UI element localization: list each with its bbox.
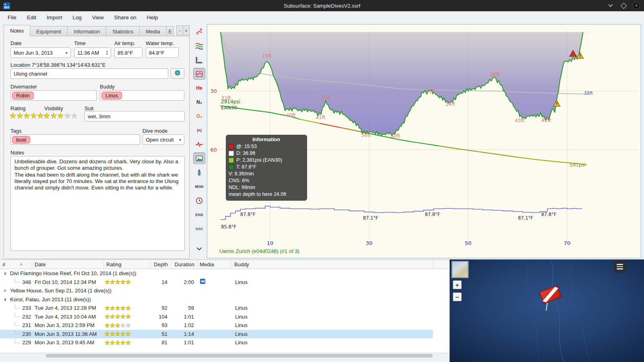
- star-icon[interactable]: ★: [23, 112, 30, 119]
- visibility-stars[interactable]: ★★★★★: [43, 112, 78, 119]
- tab-scroll-left-icon[interactable]: <: [176, 25, 183, 35]
- star-icon: ★: [110, 323, 115, 329]
- divemaster-input[interactable]: Robin: [10, 90, 97, 101]
- buddy-tag[interactable]: Linus: [101, 92, 122, 99]
- star-icon[interactable]: ★: [30, 112, 37, 119]
- date-input[interactable]: Mon Jun 3, 2013▾: [10, 47, 71, 58]
- tags-input[interactable]: boat: [10, 134, 140, 145]
- toolbar-scroll-down-icon[interactable]: [193, 243, 205, 254]
- dive-row[interactable]: 229Mon Jun 3, 2013 9:45 AM★★★★★811:01Lin…: [0, 338, 433, 347]
- buddy-input[interactable]: Linus: [100, 90, 184, 101]
- tab-notes[interactable]: Notes: [4, 25, 30, 36]
- tab-media[interactable]: Media: [139, 26, 166, 36]
- ruler-icon[interactable]: [193, 54, 205, 66]
- map-menu-button[interactable]: [614, 261, 626, 273]
- tab-scroll-right-icon[interactable]: >: [183, 25, 190, 35]
- heartrate-icon[interactable]: [193, 138, 205, 150]
- menu-view[interactable]: View: [87, 12, 109, 23]
- star-icon[interactable]: ★: [43, 112, 50, 119]
- star-icon[interactable]: ★: [10, 112, 16, 119]
- star-icon[interactable]: ★: [71, 112, 78, 119]
- column-header-num[interactable]: #∧: [0, 260, 32, 269]
- pp-graph-icon[interactable]: [193, 40, 205, 51]
- tissues-icon[interactable]: |A|: [193, 124, 205, 136]
- collapse-icon[interactable]: ∨: [4, 295, 7, 304]
- tank-bar-icon[interactable]: [193, 167, 205, 178]
- map-zoom-in-button[interactable]: +: [453, 280, 462, 289]
- expand-icon[interactable]: >: [4, 286, 6, 295]
- ead-icon[interactable]: EAD: [193, 209, 205, 220]
- dc-ceiling-icon[interactable]: [193, 68, 205, 80]
- menu-file[interactable]: File: [2, 12, 22, 23]
- column-header-depth[interactable]: Depth: [151, 260, 171, 269]
- star-icon[interactable]: ★: [37, 112, 44, 119]
- location-label: Location 7°16'58.386"N 134°14'43.631"E: [10, 62, 105, 68]
- location-input[interactable]: Ulong channel: [10, 68, 168, 79]
- sac-icon[interactable]: SAC: [193, 223, 205, 234]
- star-icon: ★: [126, 279, 131, 285]
- menu-share-on[interactable]: Share on: [109, 12, 142, 23]
- menu-log[interactable]: Log: [67, 12, 87, 23]
- menu-import[interactable]: Import: [41, 12, 67, 23]
- tab-information[interactable]: Information: [67, 26, 106, 36]
- dive-row[interactable]: 348Fri Oct 10, 2014 12:34 PM★★★★★142:00L…: [0, 278, 433, 287]
- scrollbar-thumb[interactable]: [46, 354, 433, 358]
- dive-row[interactable]: 233Tue Jun 4, 2013 12:28 PM★★★★★9259Linu…: [0, 304, 433, 313]
- maximize-button[interactable]: [620, 2, 627, 9]
- star-icon[interactable]: ★: [17, 112, 23, 119]
- collapse-icon[interactable]: ∨: [4, 269, 7, 278]
- deco-clock-icon[interactable]: [193, 195, 205, 206]
- close-button[interactable]: ×: [633, 2, 640, 9]
- time-spinner[interactable]: ▴▾: [106, 50, 108, 56]
- notes-input[interactable]: Unbelievable dive. Dozens and dozens of …: [10, 156, 185, 251]
- trip-row[interactable]: >Yellow House, Sun Sep 21, 2014 (1 dive(…: [0, 286, 450, 295]
- air-temp-input[interactable]: 85.8°F: [114, 47, 142, 58]
- location-map-button[interactable]: [171, 68, 184, 79]
- tab-e[interactable]: E: [166, 26, 173, 36]
- horizontal-scrollbar[interactable]: [0, 353, 450, 358]
- map-canvas[interactable]: [450, 259, 644, 362]
- menu-help[interactable]: Help: [142, 12, 163, 23]
- column-header-duration[interactable]: Duration: [171, 260, 197, 269]
- menu-edit[interactable]: Edit: [22, 12, 41, 23]
- water-temp-input[interactable]: 84.8°F: [146, 47, 179, 58]
- minimize-button[interactable]: [607, 2, 614, 9]
- star-icon[interactable]: ★: [64, 112, 70, 119]
- mod-icon[interactable]: MOD: [193, 181, 205, 192]
- divemaster-tag[interactable]: Robin: [12, 92, 34, 99]
- tab-statistics[interactable]: Statistics: [106, 26, 140, 36]
- dive-row[interactable]: 232Tue Jun 4, 2013 10:04 AM★★★★★1041:01L…: [0, 313, 433, 321]
- rating-stars[interactable]: ★★★★★: [10, 112, 44, 119]
- oxygen-graph-icon[interactable]: O₂: [193, 110, 205, 122]
- star-icon: ★: [110, 305, 115, 311]
- water-temp-label: Water temp.: [146, 40, 174, 46]
- star-icon: ★: [105, 314, 110, 320]
- dive-profile[interactable]: 10305070306015ft31ft40ft41ft35ft50ft50ft…: [207, 24, 641, 258]
- dive-row[interactable]: 231Mon Jun 3, 2013 2:59 PM★★★★★931:02Lin…: [0, 321, 433, 330]
- tab-equipment[interactable]: Equipment: [30, 26, 68, 36]
- dive-map[interactable]: + −: [450, 259, 644, 362]
- column-header-media[interactable]: Media: [197, 260, 232, 269]
- star-icon: ★: [115, 279, 120, 285]
- nitrogen-graph-icon[interactable]: N₂: [193, 96, 205, 108]
- column-header-buddy[interactable]: Buddy: [232, 260, 433, 269]
- time-input[interactable]: 11:36 AM ▴▾: [74, 47, 111, 58]
- diver-icon[interactable]: [193, 26, 205, 37]
- media-checkbox-icon[interactable]: [200, 279, 205, 284]
- trip-row[interactable]: ∨Koror, Palau, Jun 2013 (11 dive(s)): [0, 295, 450, 304]
- tag-chip[interactable]: boat: [12, 136, 30, 144]
- star-icon[interactable]: ★: [50, 112, 57, 119]
- dive-row-selected[interactable]: 230Mon Jun 3, 2013 11:36 AM★★★★★511:14Li…: [0, 330, 433, 339]
- air-temp-value: 85.8°F: [118, 50, 133, 56]
- star-icon: ★: [126, 314, 131, 320]
- column-header-date[interactable]: Date: [32, 260, 104, 269]
- star-icon[interactable]: ★: [57, 112, 64, 119]
- map-type-thumbnail[interactable]: [452, 261, 468, 278]
- map-zoom-out-button[interactable]: −: [453, 292, 462, 301]
- trip-row[interactable]: ∨Divi Flamingo House Reef, Fri Oct 10, 2…: [0, 269, 450, 278]
- helium-graph-icon[interactable]: He: [193, 82, 205, 94]
- column-header-rating[interactable]: Rating: [104, 260, 151, 269]
- dive-mode-select[interactable]: Open circuit▾: [142, 134, 184, 145]
- suit-input[interactable]: wet, 3mm: [85, 111, 185, 121]
- photos-icon[interactable]: [193, 152, 205, 164]
